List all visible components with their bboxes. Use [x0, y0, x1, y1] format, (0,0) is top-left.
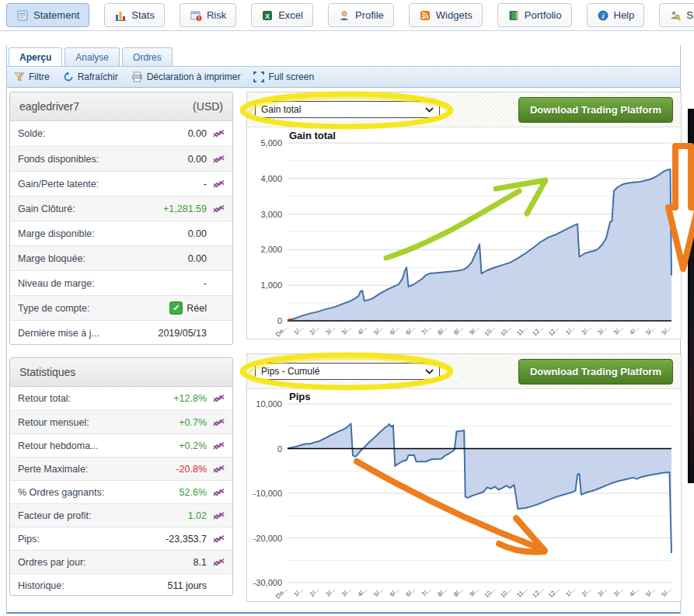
real-account-checkbox-icon: ✓ — [169, 301, 183, 315]
table-row: Ordres par jour:8.1 — [10, 550, 232, 573]
download-platform-button-1[interactable]: Download Trading Platform — [518, 97, 673, 123]
refresh-tool[interactable]: Rafraîchir — [63, 71, 118, 82]
row-label[interactable]: Dernière mise à j... — [18, 328, 158, 339]
mini-line-chart-icon[interactable] — [213, 511, 225, 520]
tab-apercu-label: Aperçu — [19, 52, 51, 63]
row-label[interactable]: Pips: — [18, 534, 166, 545]
row-label[interactable]: Facteur de profit: — [18, 510, 188, 521]
pips-metric-select[interactable]: Pips - Cumulé — [255, 363, 440, 380]
tab-strip: Aperçu Analyse Ordres — [7, 45, 680, 66]
nav-widgets-button[interactable]: Widgets — [409, 3, 483, 27]
mini-line-chart-icon[interactable] — [213, 394, 225, 403]
mini-line-chart-icon[interactable] — [213, 534, 225, 544]
row-label[interactable]: Solde: — [18, 128, 188, 139]
nav-risk-button[interactable]: ! Risk — [180, 3, 236, 27]
svg-text:1/...: 1/... — [292, 586, 305, 598]
svg-text:-10,000: -10,000 — [253, 489, 282, 498]
svg-text:10...: 10... — [483, 586, 497, 599]
row-label[interactable]: Marge disponible: — [18, 228, 188, 239]
svg-text:3/...: 3/... — [596, 324, 609, 336]
mini-line-chart-icon[interactable] — [213, 488, 225, 497]
filter-tool[interactable]: Filtre — [14, 71, 50, 82]
mini-line-chart-icon[interactable] — [213, 129, 225, 138]
row-value: -20.8% — [176, 464, 207, 475]
row-value: 2019/05/13 — [158, 328, 207, 339]
svg-text:10...: 10... — [499, 324, 512, 337]
nav-signup-button[interactable]: Sign up — [659, 3, 694, 27]
row-label[interactable]: Retour hebdoma... — [18, 440, 179, 451]
nav-statement-button[interactable]: Statement — [6, 3, 89, 27]
account-panel: eagledriver7 (USD) Solde:0.00Fonds dispo… — [9, 92, 233, 345]
help-icon: i — [597, 9, 609, 22]
profile-icon — [338, 9, 350, 22]
svg-text:-20,000: -20,000 — [253, 534, 282, 543]
row-label[interactable]: Niveau de marge: — [18, 278, 204, 289]
row-label[interactable]: Gain Clôturé: — [18, 204, 163, 214]
row-label[interactable]: Type de compte: — [18, 303, 169, 314]
row-value: Réel — [187, 303, 207, 314]
table-row: Gain Clôturé:+1,281.59 — [10, 196, 232, 221]
row-value: 52.6% — [180, 487, 207, 498]
excel-icon: X — [261, 9, 274, 22]
nav-help-button[interactable]: i Help — [587, 3, 645, 27]
mini-line-chart-icon[interactable] — [213, 204, 225, 214]
row-label[interactable]: Marge bloquée: — [18, 253, 188, 264]
account-currency: (USD) — [193, 100, 223, 113]
svg-text:2/...: 2/... — [309, 324, 321, 336]
svg-text:7/...: 7/... — [420, 324, 433, 336]
tab-analyse[interactable]: Analyse — [65, 47, 120, 66]
nav-excel-button[interactable]: X Excel — [251, 3, 313, 27]
mini-line-chart-icon[interactable] — [213, 558, 225, 567]
fullscreen-label: Full screen — [268, 71, 314, 82]
row-label[interactable]: Retour mensuel: — [18, 417, 179, 428]
mini-line-chart-icon[interactable] — [213, 418, 225, 427]
mini-line-chart-icon[interactable] — [213, 179, 225, 189]
svg-text:3/...: 3/... — [612, 586, 625, 598]
row-value: +1,281.59 — [163, 204, 207, 214]
row-label[interactable]: Gain/Perte latente: — [18, 179, 204, 190]
nav-stats-button[interactable]: Stats — [104, 3, 165, 27]
row-value: 511 jours — [168, 580, 208, 591]
tab-ordres-label: Ordres — [133, 52, 162, 63]
nav-profile-button[interactable]: Profile — [328, 3, 394, 27]
pips-chart-card: Pips - Cumulé Download Trading Platform … — [246, 353, 682, 602]
print-label: Déclaration à imprimer — [147, 71, 241, 82]
row-label[interactable]: Fonds disponibles: — [18, 154, 188, 165]
svg-text:5/...: 5/... — [644, 586, 657, 598]
tab-ordres[interactable]: Ordres — [122, 47, 173, 66]
row-label[interactable]: Perte Maximale: — [18, 464, 176, 475]
print-tool[interactable]: Déclaration à imprimer — [131, 71, 241, 82]
nav-statement-label: Statement — [33, 9, 79, 21]
table-row: Pips:-23,353.7 — [10, 527, 232, 550]
mini-line-chart-icon[interactable] — [213, 441, 225, 451]
svg-text:3/...: 3/... — [340, 586, 353, 598]
statement-container: Aperçu Analyse Ordres Filtre Rafraîchir … — [6, 45, 681, 614]
pips-metric-select-value: Pips - Cumulé — [261, 366, 319, 377]
row-label[interactable]: Historique: — [18, 580, 168, 591]
row-label[interactable]: Ordres par jour: — [18, 557, 194, 568]
fullscreen-tool[interactable]: Full screen — [253, 71, 314, 82]
mini-line-chart-icon[interactable] — [213, 155, 225, 164]
svg-text:3/...: 3/... — [324, 324, 337, 336]
svg-text:4/...: 4/... — [357, 586, 369, 598]
svg-text:10...: 10... — [483, 324, 497, 337]
row-label[interactable]: Retour total: — [18, 393, 173, 404]
svg-text:5/...: 5/... — [661, 324, 673, 336]
gain-metric-select-value: Gain total — [261, 104, 301, 115]
row-value: 0.00 — [188, 228, 207, 239]
gain-chart-card: Gain total Download Trading Platform 5,0… — [246, 92, 682, 339]
table-row: Retour hebdoma...+0.2% — [10, 433, 232, 457]
stats-panel-header: Statistiques — [10, 358, 232, 387]
screen-edge-strip — [688, 109, 694, 483]
stats-icon — [114, 9, 127, 22]
row-label[interactable]: % Ordres gagnants: — [18, 487, 180, 498]
gain-metric-select[interactable]: Gain total — [255, 101, 440, 118]
download-platform-label-1: Download Trading Platform — [530, 104, 661, 116]
svg-text:5,000: 5,000 — [260, 138, 282, 148]
mini-line-chart-icon[interactable] — [213, 465, 225, 474]
download-platform-button-2[interactable]: Download Trading Platform — [518, 359, 673, 385]
svg-text:Gain total: Gain total — [289, 130, 336, 141]
page: Statement Stats ! Risk X Excel Profile W… — [0, 0, 694, 616]
nav-portfolio-button[interactable]: Portfolio — [497, 3, 572, 27]
tab-apercu[interactable]: Aperçu — [9, 47, 62, 66]
